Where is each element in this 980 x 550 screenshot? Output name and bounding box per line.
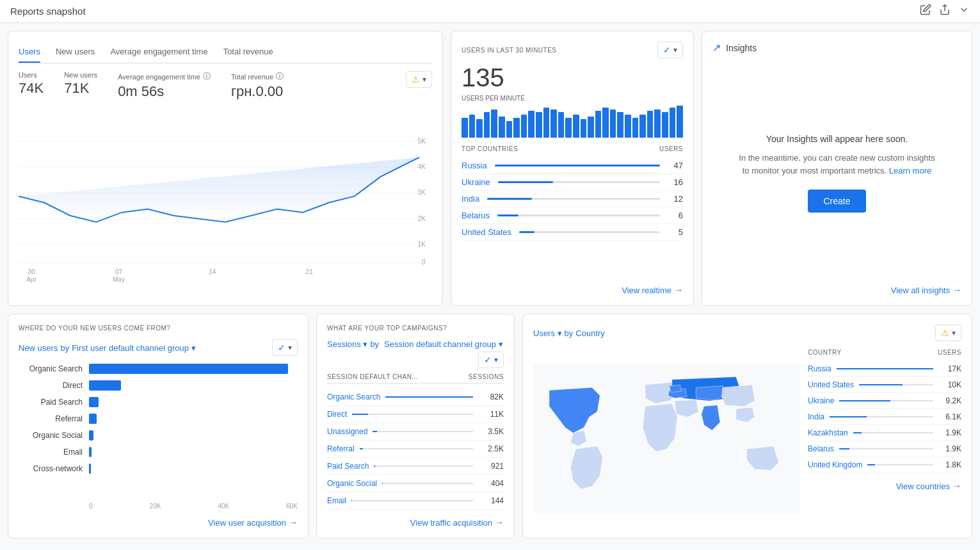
create-insights-button[interactable]: Create xyxy=(808,190,865,213)
world-country-count: 1.8K xyxy=(938,460,961,469)
tab-revenue[interactable]: Total revenue xyxy=(223,42,273,63)
realtime-check-dropdown[interactable]: ✓ ▾ xyxy=(657,42,683,58)
session-name[interactable]: Organic Social xyxy=(327,479,377,488)
svg-text:May: May xyxy=(113,276,125,283)
session-row: Organic Search 82K xyxy=(327,389,504,406)
world-country-name[interactable]: Kazakhstan xyxy=(808,428,848,437)
check-icon-3: ✓ xyxy=(484,355,492,365)
world-country-name[interactable]: India xyxy=(808,412,824,421)
tab-users[interactable]: Users xyxy=(19,42,40,63)
world-country-bar-wrap xyxy=(839,448,933,449)
session-name[interactable]: Referral xyxy=(327,444,355,453)
session-count: 3.5K xyxy=(478,427,504,436)
session-bar xyxy=(373,431,376,432)
session-count: 11K xyxy=(478,410,504,419)
session-count: 921 xyxy=(478,462,504,471)
session-count: 82K xyxy=(478,392,504,401)
world-country-text[interactable]: Country xyxy=(575,328,605,338)
session-name[interactable]: Direct xyxy=(327,410,347,419)
sessions-filter: Sessions ▾ by Session default channel gr… xyxy=(327,339,504,368)
bar-outer xyxy=(89,397,298,407)
view-traffic-acquisition-link[interactable]: View traffic acquisition → xyxy=(327,517,504,528)
bar-label: Email xyxy=(19,448,89,457)
sessions-text[interactable]: Sessions ▾ xyxy=(327,339,367,349)
bar-outer xyxy=(89,380,298,391)
user-acq-arrow: → xyxy=(289,517,298,528)
bar-label: Organic Social xyxy=(19,431,89,440)
world-country-name[interactable]: United States xyxy=(808,380,854,389)
world-filter-row: Users ▾ by Country ⚠ ▾ xyxy=(533,325,961,341)
world-users-text[interactable]: Users ▾ xyxy=(533,328,562,338)
mini-bar-item xyxy=(610,109,616,138)
metric-new-users-value: 71K xyxy=(64,80,97,97)
world-country-name[interactable]: Ukraine xyxy=(808,396,834,405)
country-row: United States 5 xyxy=(462,224,683,241)
world-country-name[interactable]: Belarus xyxy=(808,444,834,453)
country-table: COUNTRY USERS Russia 17K United States 1… xyxy=(808,349,961,528)
bar-label: Paid Search xyxy=(19,398,89,407)
country-name[interactable]: India xyxy=(462,194,479,204)
world-country-row: Ukraine 9.2K xyxy=(808,393,961,409)
country-name[interactable]: Russia xyxy=(462,161,487,170)
world-country-name[interactable]: Russia xyxy=(808,364,831,373)
edit-icon[interactable] xyxy=(920,4,931,19)
filter-channel-group[interactable]: First user default channel group ▾ xyxy=(72,343,195,353)
country-name[interactable]: United States xyxy=(462,227,511,237)
tab-new-users[interactable]: New users xyxy=(56,42,95,63)
new-users-check-dropdown[interactable]: ✓ ▾ xyxy=(272,339,298,356)
mini-bar-chart xyxy=(462,106,683,138)
session-name[interactable]: Email xyxy=(327,496,346,505)
world-country-row: United States 10K xyxy=(808,377,961,393)
country-count: 12 xyxy=(668,194,683,204)
info-icon-engagement[interactable]: ⓘ xyxy=(203,71,211,82)
session-bar-wrap xyxy=(360,448,473,449)
metrics-card: Users New users Average engagement time … xyxy=(8,31,443,306)
insights-learn-more[interactable]: Learn more xyxy=(889,166,931,175)
traffic-acq-arrow: → xyxy=(495,517,504,528)
main-chart-svg: 5K 4K 3K 2K 1K 0 xyxy=(19,110,432,295)
world-country-row: Belarus 1.9K xyxy=(808,441,961,457)
mini-bar-item xyxy=(469,115,476,138)
session-name[interactable]: Unassigned xyxy=(327,427,367,436)
view-countries-link[interactable]: View countries → xyxy=(808,481,961,491)
alert-button[interactable]: ⚠ ▾ xyxy=(406,71,432,88)
world-country-bar-wrap xyxy=(837,368,933,369)
view-all-insights-link[interactable]: View all insights → xyxy=(712,285,961,295)
country-name[interactable]: Ukraine xyxy=(462,177,490,187)
bar-row: Organic Search xyxy=(19,364,298,374)
mini-bar-item xyxy=(639,115,646,138)
country-name[interactable]: Belarus xyxy=(462,211,490,220)
session-name[interactable]: Paid Search xyxy=(327,462,369,471)
country-bar xyxy=(519,231,534,233)
bar-inner xyxy=(89,447,92,457)
world-country-name[interactable]: United Kingdom xyxy=(808,460,862,469)
view-user-acquisition-link[interactable]: View user acquisition → xyxy=(19,517,298,528)
session-row: Email 144 xyxy=(327,492,504,510)
share-icon[interactable] xyxy=(939,4,951,19)
bar-row: Paid Search xyxy=(19,397,298,407)
mini-bar-item xyxy=(462,118,468,138)
world-card: Users ▾ by Country ⚠ ▾ xyxy=(522,314,972,538)
svg-text:21: 21 xyxy=(306,268,314,275)
session-name[interactable]: Organic Search xyxy=(327,392,380,401)
world-country-row: United Kingdom 1.8K xyxy=(808,457,961,473)
country-count: 6 xyxy=(668,211,683,220)
world-alert-button[interactable]: ⚠ ▾ xyxy=(935,325,961,341)
world-country-count: 1.9K xyxy=(938,428,961,437)
mini-bar-item xyxy=(632,118,639,138)
mini-bar-item xyxy=(550,109,557,138)
channel-group-text[interactable]: Session default channel group ▾ xyxy=(384,339,503,349)
campaigns-card: WHAT ARE YOUR TOP CAMPAIGNS? Sessions ▾ … xyxy=(316,314,515,538)
page-header: Reports snapshot xyxy=(0,0,980,23)
info-icon-revenue[interactable]: ⓘ xyxy=(276,71,284,82)
world-country-row: India 6.1K xyxy=(808,409,961,425)
metric-avg-engagement-value: 0m 56s xyxy=(118,83,211,100)
mini-bar-item xyxy=(662,112,668,138)
more-icon[interactable] xyxy=(958,4,970,19)
svg-text:0: 0 xyxy=(422,259,426,266)
campaigns-check-dropdown[interactable]: ✓ ▾ xyxy=(478,352,504,368)
tab-avg-engagement[interactable]: Average engagement time xyxy=(110,42,207,63)
new-users-section-title: WHERE DO YOUR NEW USERS COME FROM? xyxy=(19,325,298,332)
world-country-bar-wrap xyxy=(859,384,933,385)
view-realtime-link[interactable]: View realtime → xyxy=(462,285,683,295)
